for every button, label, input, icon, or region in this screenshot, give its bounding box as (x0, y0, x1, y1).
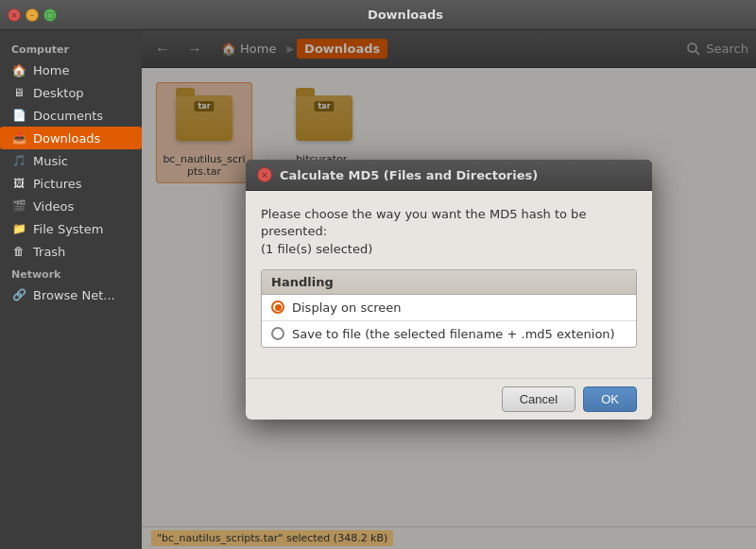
documents-icon (11, 108, 26, 123)
modal-title: Calculate MD5 (Files and Directories) (280, 168, 641, 182)
radio-display-on-screen[interactable] (271, 300, 284, 314)
sidebar-item-browse-network[interactable]: Browse Net... (0, 283, 142, 306)
videos-icon (11, 198, 26, 214)
radio-save-to-file[interactable] (271, 327, 284, 340)
modal-dialog: × Calculate MD5 (Files and Directories) … (246, 160, 652, 420)
sidebar-label-desktop: Desktop (33, 86, 84, 100)
modal-table-header: Handling (262, 270, 636, 295)
modal-option-display[interactable]: Display on screen (262, 295, 636, 320)
content-area: ← → 🏠 Home ▶ Downloads Sear (142, 30, 756, 549)
sidebar-section-network: Network (0, 263, 142, 283)
sidebar-label-music: Music (33, 154, 68, 168)
sidebar-label-browse: Browse Net... (33, 288, 115, 302)
sidebar-item-trash[interactable]: Trash (0, 240, 142, 263)
sidebar-item-documents[interactable]: Documents (0, 104, 142, 127)
modal-options-table: Handling Display on screen Save to file … (261, 269, 637, 348)
modal-description: Please choose the way you want the MD5 h… (261, 206, 637, 258)
music-icon (11, 153, 26, 168)
option-display-label: Display on screen (292, 300, 402, 315)
sidebar-label-documents: Documents (33, 109, 103, 123)
sidebar-label-videos: Videos (33, 199, 74, 214)
downloads-icon (11, 130, 26, 146)
filesystem-icon (11, 221, 26, 236)
sidebar: Computer Home Desktop Documents Download… (0, 30, 142, 549)
sidebar-label-trash: Trash (33, 245, 65, 259)
sidebar-label-filesystem: File System (33, 222, 103, 236)
maximize-button[interactable]: □ (43, 9, 57, 22)
sidebar-item-home[interactable]: Home (0, 59, 142, 81)
sidebar-item-downloads[interactable]: Downloads (0, 127, 142, 149)
modal-body: Please choose the way you want the MD5 h… (246, 191, 652, 378)
main-container: Computer Home Desktop Documents Download… (0, 30, 756, 549)
home-icon (11, 62, 26, 77)
desktop-icon (11, 85, 26, 100)
minimize-button[interactable]: – (26, 9, 39, 22)
modal-option-save[interactable]: Save to file (the selected filename + .m… (262, 320, 636, 347)
sidebar-item-videos[interactable]: Videos (0, 195, 142, 217)
pictures-icon (11, 176, 26, 191)
modal-close-button[interactable]: × (257, 167, 272, 182)
sidebar-label-pictures: Pictures (33, 177, 81, 191)
titlebar-buttons: × – □ (8, 9, 57, 22)
option-save-label: Save to file (the selected filename + .m… (292, 327, 615, 341)
sidebar-item-pictures[interactable]: Pictures (0, 172, 142, 195)
modal-overlay: × Calculate MD5 (Files and Directories) … (142, 30, 756, 549)
trash-icon (11, 244, 26, 259)
ok-button[interactable]: OK (583, 386, 637, 412)
browse-network-icon (11, 287, 26, 302)
sidebar-item-desktop[interactable]: Desktop (0, 81, 142, 104)
close-button[interactable]: × (8, 9, 21, 22)
sidebar-label-home: Home (33, 63, 69, 77)
sidebar-item-music[interactable]: Music (0, 149, 142, 172)
modal-titlebar: × Calculate MD5 (Files and Directories) (246, 160, 652, 191)
sidebar-item-filesystem[interactable]: File System (0, 217, 142, 240)
window-title: Downloads (62, 8, 748, 22)
sidebar-section-computer: Computer (0, 38, 142, 59)
cancel-button[interactable]: Cancel (502, 386, 576, 412)
titlebar: × – □ Downloads (0, 0, 756, 30)
sidebar-label-downloads: Downloads (33, 131, 100, 146)
modal-footer: Cancel OK (246, 378, 652, 420)
